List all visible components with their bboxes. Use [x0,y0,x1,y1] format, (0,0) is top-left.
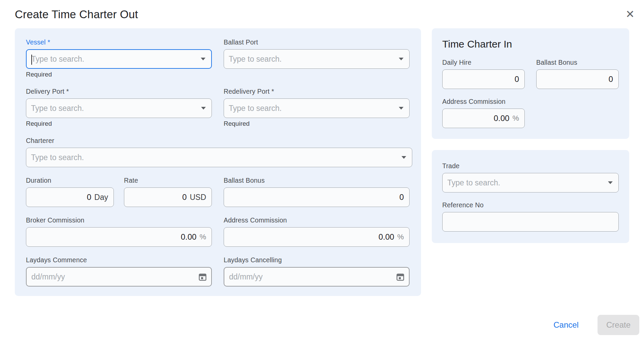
laydays-commence-field: Laydays Commence [26,256,212,287]
dialog-footer: Cancel Create [0,315,639,335]
required-hint: Required [26,71,212,78]
broker-commission-input[interactable]: 0.00 % [26,227,212,247]
trade-field: Trade [442,162,619,192]
percent-sign: % [512,114,519,123]
trade-label: Trade [442,162,619,170]
required-hint: Required [224,120,410,127]
charterer-field: Charterer [26,137,412,167]
duration-value: 0 [87,192,91,202]
charterer-input[interactable] [26,148,401,167]
tci-ballast-bonus-label: Ballast Bonus [536,59,619,66]
broker-commission-field: Broker Commission 0.00 % [26,216,212,247]
address-commission-input[interactable]: 0.00 % [224,227,410,247]
laydays-commence-input[interactable] [26,267,212,287]
redelivery-port-label: Redelivery Port * [224,88,410,95]
broker-commission-value: 0.00 [181,232,197,242]
broker-commission-label: Broker Commission [26,216,212,224]
tci-ballast-bonus-value: 0 [609,74,613,84]
trade-input[interactable] [443,173,608,192]
rate-label: Rate [124,177,212,184]
close-button[interactable]: ✕ [625,9,635,20]
dialog-body: Vessel * Required Ballast Port [15,28,644,296]
ballast-port-field: Ballast Port [224,38,410,69]
create-time-charter-out-dialog: Create Time Charter Out ✕ Vessel * Requi… [0,0,644,358]
dialog-header: Create Time Charter Out ✕ [0,0,644,28]
laydays-cancelling-date-input[interactable] [224,268,396,286]
address-commission-label: Address Commission [224,216,410,224]
right-column: Time Charter In Daily Hire 0 Ballast Bon… [432,28,629,243]
percent-sign: % [199,233,206,241]
chevron-down-icon[interactable] [399,107,404,110]
tci-ballast-bonus-field: Ballast Bonus 0 [536,59,619,89]
ballast-bonus-label: Ballast Bonus [224,177,410,184]
duration-input[interactable]: 0 Day [26,187,114,207]
delivery-port-combobox[interactable] [26,98,212,118]
charterer-combobox[interactable] [26,148,412,167]
vessel-input[interactable] [27,50,201,68]
text-caret [31,55,32,65]
reference-no-inputbox[interactable] [442,212,619,232]
laydays-cancelling-label: Laydays Cancelling [224,256,410,264]
tci-address-commission-input[interactable]: 0.00 % [442,109,525,128]
time-charter-in-title: Time Charter In [442,38,619,50]
ballast-port-combobox[interactable] [224,49,410,69]
ballast-port-input[interactable] [224,50,399,68]
redelivery-port-field: Redelivery Port * Required [224,88,410,127]
page-title: Create Time Charter Out [15,8,138,21]
reference-no-input[interactable] [443,212,618,231]
trade-combobox[interactable] [442,173,619,192]
chevron-down-icon[interactable] [399,58,404,60]
time-charter-in-panel: Time Charter In Daily Hire 0 Ballast Bon… [432,28,629,139]
delivery-port-field: Delivery Port * Required [26,88,212,127]
address-commission-field: Address Commission 0.00 % [224,216,410,247]
daily-hire-input[interactable]: 0 [442,69,525,89]
tci-address-commission-label: Address Commission [442,98,525,106]
charter-out-form-panel: Vessel * Required Ballast Port [15,28,421,296]
tci-ballast-bonus-input[interactable]: 0 [536,69,619,89]
reference-no-field: Reference No [442,201,619,232]
percent-sign: % [397,233,404,241]
ballast-bonus-field: Ballast Bonus 0 [224,177,410,207]
redelivery-port-input[interactable] [224,99,399,118]
tci-address-commission-value: 0.00 [494,114,510,123]
calendar-icon[interactable] [396,272,405,281]
duration-field: Duration 0 Day [26,177,114,207]
laydays-cancelling-input[interactable] [224,267,410,287]
address-commission-value: 0.00 [379,232,394,242]
laydays-commence-date-input[interactable] [27,268,198,286]
required-hint: Required [26,120,212,127]
chevron-down-icon[interactable] [201,107,206,110]
daily-hire-field: Daily Hire 0 [442,59,525,89]
vessel-label: Vessel * [26,38,212,46]
laydays-cancelling-field: Laydays Cancelling [224,256,410,287]
cancel-button[interactable]: Cancel [549,317,583,333]
calendar-icon[interactable] [198,272,207,281]
reference-no-label: Reference No [442,201,619,209]
chevron-down-icon[interactable] [608,181,613,184]
laydays-commence-label: Laydays Commence [26,256,212,264]
tci-address-commission-field: Address Commission 0.00 % [442,98,525,128]
trade-panel: Trade Reference No [432,150,629,243]
rate-currency: USD [190,193,206,202]
daily-hire-value: 0 [515,74,519,84]
rate-value: 0 [182,192,187,202]
chevron-down-icon[interactable] [201,58,205,60]
daily-hire-label: Daily Hire [442,59,525,66]
ballast-bonus-input[interactable]: 0 [224,187,410,207]
ballast-port-label: Ballast Port [224,38,410,46]
chevron-down-icon[interactable] [401,156,406,159]
ballast-bonus-value: 0 [399,192,404,202]
rate-input[interactable]: 0 USD [124,187,212,207]
vessel-field: Vessel * Required [26,38,212,78]
duration-label: Duration [26,177,114,184]
charterer-label: Charterer [26,137,412,145]
close-icon: ✕ [625,8,635,21]
vessel-combobox[interactable] [26,49,212,69]
redelivery-port-combobox[interactable] [224,98,410,118]
delivery-port-input[interactable] [26,99,201,118]
rate-field: Rate 0 USD [124,177,212,207]
duration-unit: Day [94,193,108,202]
delivery-port-label: Delivery Port * [26,88,212,95]
create-button[interactable]: Create [598,315,639,335]
